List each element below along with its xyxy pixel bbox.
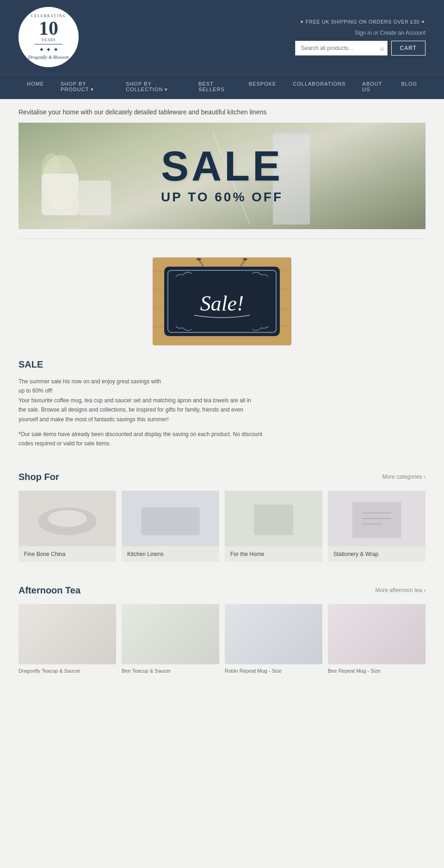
cart-button[interactable]: CART <box>391 41 426 56</box>
nav-item-about: ABOUT US <box>354 75 393 99</box>
afternoon-tea-title: Afternoon Tea <box>18 585 80 596</box>
product-card-1[interactable]: Bee Teacup & Saucer <box>122 604 219 675</box>
nav-link-about[interactable]: ABOUT US <box>354 75 393 99</box>
product-card-0[interactable]: Dragonfly Teacup & Saucer <box>18 604 116 675</box>
more-afternoon-tea-link[interactable]: More afternoon tea › <box>375 587 426 593</box>
search-cart-area: ⌕ CART <box>295 41 426 56</box>
stationery-svg <box>328 491 426 546</box>
sale-discount-text: UP TO 60% OFF <box>161 190 283 205</box>
main-nav: HOME SHOP BY PRODUCT ▾ SHOP BY COLLECTIO… <box>0 74 444 99</box>
arrow-icon: ▾ <box>165 87 168 92</box>
shop-for-title: Shop For <box>18 472 59 482</box>
sale-heading: SALE <box>18 359 426 370</box>
afternoon-tea-header: Afternoon Tea More afternoon tea › <box>18 585 426 596</box>
nav-link-bespoke[interactable]: BESPOKE <box>240 75 285 93</box>
category-img-kitchen <box>122 491 219 546</box>
nav-link-bestsellers[interactable]: BEST SELLERS <box>190 75 240 99</box>
search-input[interactable] <box>295 41 388 56</box>
nav-link-home[interactable]: HOME <box>18 75 52 93</box>
nav-link-blog[interactable]: BLOG <box>393 75 426 93</box>
product-img-2 <box>225 604 322 664</box>
banner-text-area: SALE UP TO 60% OFF <box>18 123 426 229</box>
category-img-fine-bone <box>18 491 116 546</box>
logo-years: 10 <box>39 19 58 38</box>
category-label-fine-bone: Fine Bone China <box>18 546 116 562</box>
category-card-stationery[interactable]: Stationery & Wrap <box>328 491 426 562</box>
shop-for-section: Shop For More categories › Fine Bone Chi… <box>0 462 444 576</box>
product-label-1: Bee Teacup & Saucer <box>122 664 219 675</box>
afternoon-tea-products: Dragonfly Teacup & Saucer Bee Teacup & S… <box>18 604 426 675</box>
svg-text:Sale!: Sale! <box>200 292 244 315</box>
nav-item-collection: SHOP BY COLLECTION ▾ <box>117 75 190 99</box>
nav-link-collection[interactable]: SHOP BY COLLECTION ▾ <box>117 75 190 99</box>
category-img-home <box>225 491 322 546</box>
product-card-3[interactable]: Bee Repeat Mug - Size <box>328 604 426 675</box>
category-label-home: For the Home <box>225 546 322 562</box>
auth-links: Sign in or Create an Account <box>355 30 426 36</box>
sale-text-section: SALE The summer sale his now on and enjo… <box>0 355 444 462</box>
nav-item-bestsellers: BEST SELLERS <box>190 75 240 99</box>
bottom-spacer <box>0 685 444 712</box>
nav-link-product[interactable]: SHOP BY PRODUCT ▾ <box>52 75 117 99</box>
product-img-1 <box>122 604 219 664</box>
svg-rect-27 <box>352 502 401 538</box>
svg-point-18 <box>243 258 247 261</box>
site-logo[interactable]: CELEBRATING 10 YEARS ✦ ✦ ✦ Dragonfly & B… <box>18 7 79 67</box>
svg-rect-23 <box>141 507 200 535</box>
nav-item-blog: BLOG <box>393 75 426 99</box>
shop-for-header: Shop For More categories › <box>18 472 426 482</box>
category-card-home[interactable]: For the Home <box>225 491 322 562</box>
logo-brand: Dragonfly & Blossom <box>28 54 69 60</box>
chalk-sign: Sale! <box>153 257 291 345</box>
sale-banner[interactable]: SALE UP TO 60% OFF <box>18 123 426 229</box>
search-button[interactable]: ⌕ <box>380 44 384 52</box>
sale-big-text: SALE <box>161 148 283 185</box>
category-img-stationery <box>328 491 426 546</box>
nav-list: HOME SHOP BY PRODUCT ▾ SHOP BY COLLECTIO… <box>18 75 426 99</box>
section-divider <box>18 238 426 239</box>
nav-link-collaborations[interactable]: COLLABORATIONS <box>284 75 354 93</box>
main-content: Revitalise your home with our delicately… <box>0 99 444 712</box>
svg-rect-25 <box>254 505 293 535</box>
nav-item-product: SHOP BY PRODUCT ▾ <box>52 75 117 99</box>
category-label-kitchen: Kitchen Linens <box>122 546 219 562</box>
kitchen-svg <box>122 491 219 546</box>
svg-point-21 <box>48 510 86 527</box>
product-label-0: Dragonfly Teacup & Saucer <box>18 664 116 675</box>
or-text: or <box>373 30 380 36</box>
category-label-stationery: Stationery & Wrap <box>328 546 426 562</box>
svg-point-17 <box>197 258 201 261</box>
shipping-notice: ✦ FREE UK SHIPPING ON ORDERS OVER £30 ✦ <box>300 19 426 25</box>
chalk-sign-svg: Sale! <box>153 257 291 345</box>
category-card-kitchen[interactable]: Kitchen Linens <box>122 491 219 562</box>
header-right: ✦ FREE UK SHIPPING ON ORDERS OVER £30 ✦ … <box>295 19 426 56</box>
sign-in-link[interactable]: Sign in <box>355 30 372 36</box>
sale-paragraph1: The summer sale his now on and enjoy gre… <box>18 377 426 424</box>
category-card-fine-bone[interactable]: Fine Bone China <box>18 491 116 562</box>
product-img-3 <box>328 604 426 664</box>
search-wrapper: ⌕ <box>295 41 388 56</box>
product-img-0 <box>18 604 116 664</box>
fine-bone-svg <box>18 491 116 546</box>
site-header: CELEBRATING 10 YEARS ✦ ✦ ✦ Dragonfly & B… <box>0 0 444 99</box>
arrow-icon: ▾ <box>91 87 94 92</box>
more-categories-link[interactable]: More categories › <box>382 474 426 480</box>
create-account-link[interactable]: Create an Account <box>380 30 426 36</box>
nav-item-home: HOME <box>18 75 52 99</box>
product-label-2: Robin Repeat Mug - Size <box>225 664 322 675</box>
logo-divider <box>35 44 62 44</box>
product-label-3: Bee Repeat Mug - Size <box>328 664 426 675</box>
logo-decor: ✦ ✦ ✦ <box>39 46 59 54</box>
sale-sign-container: Sale! <box>0 248 444 355</box>
nav-item-bespoke: BESPOKE <box>240 75 285 99</box>
afternoon-tea-section: Afternoon Tea More afternoon tea › Drago… <box>0 576 444 685</box>
sale-paragraph2: *Our sale items have already been discou… <box>18 430 426 449</box>
tagline: Revitalise your home with our delicately… <box>0 99 444 123</box>
logo-years-text: YEARS <box>41 38 56 43</box>
categories-grid: Fine Bone China Kitchen Linens <box>18 491 426 562</box>
product-card-2[interactable]: Robin Repeat Mug - Size <box>225 604 322 675</box>
home-svg <box>225 491 322 546</box>
nav-item-collaborations: COLLABORATIONS <box>284 75 354 99</box>
